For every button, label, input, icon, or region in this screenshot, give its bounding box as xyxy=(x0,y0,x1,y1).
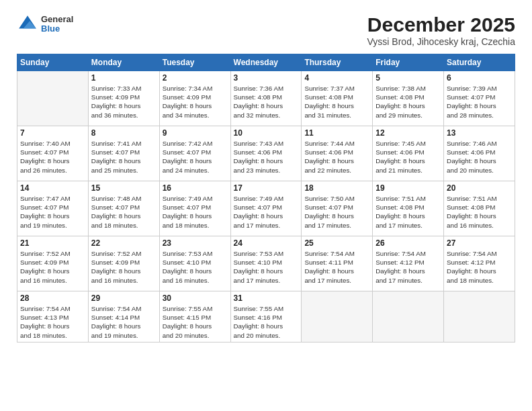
day-number: 17 xyxy=(234,183,299,193)
table-row: 31Sunrise: 7:55 AM Sunset: 4:16 PM Dayli… xyxy=(230,291,302,342)
day-info: Sunrise: 7:41 AM Sunset: 4:07 PM Dayligh… xyxy=(91,139,157,175)
logo: General Blue xyxy=(17,13,73,35)
table-row xyxy=(17,71,89,126)
day-number: 11 xyxy=(304,128,369,138)
day-info: Sunrise: 7:52 AM Sunset: 4:09 PM Dayligh… xyxy=(20,249,85,285)
table-row: 23Sunrise: 7:53 AM Sunset: 4:10 PM Dayli… xyxy=(159,236,230,291)
day-number: 9 xyxy=(163,128,228,138)
month-title: December 2025 xyxy=(367,13,515,36)
table-row: 15Sunrise: 7:48 AM Sunset: 4:07 PM Dayli… xyxy=(88,181,159,236)
day-number: 5 xyxy=(375,73,441,83)
day-number: 12 xyxy=(375,128,441,138)
col-monday: Monday xyxy=(88,54,159,71)
table-row xyxy=(373,291,444,342)
day-info: Sunrise: 7:54 AM Sunset: 4:12 PM Dayligh… xyxy=(375,249,441,285)
table-row: 12Sunrise: 7:45 AM Sunset: 4:06 PM Dayli… xyxy=(373,126,444,181)
day-number: 19 xyxy=(375,183,441,193)
day-number: 24 xyxy=(234,238,299,248)
day-info: Sunrise: 7:51 AM Sunset: 4:08 PM Dayligh… xyxy=(447,194,512,230)
calendar-header-row: Sunday Monday Tuesday Wednesday Thursday… xyxy=(17,54,515,71)
day-info: Sunrise: 7:33 AM Sunset: 4:09 PM Dayligh… xyxy=(91,84,157,120)
day-number: 30 xyxy=(163,293,228,303)
table-row: 27Sunrise: 7:54 AM Sunset: 4:12 PM Dayli… xyxy=(444,236,515,291)
day-number: 25 xyxy=(304,238,369,248)
day-number: 26 xyxy=(375,238,441,248)
day-info: Sunrise: 7:43 AM Sunset: 4:06 PM Dayligh… xyxy=(234,139,299,175)
day-number: 18 xyxy=(304,183,369,193)
table-row: 6Sunrise: 7:39 AM Sunset: 4:07 PM Daylig… xyxy=(444,71,515,126)
day-info: Sunrise: 7:54 AM Sunset: 4:11 PM Dayligh… xyxy=(304,249,369,285)
table-row: 22Sunrise: 7:52 AM Sunset: 4:09 PM Dayli… xyxy=(88,236,159,291)
calendar-week-row: 28Sunrise: 7:54 AM Sunset: 4:13 PM Dayli… xyxy=(17,291,515,342)
day-number: 20 xyxy=(447,183,512,193)
day-info: Sunrise: 7:45 AM Sunset: 4:06 PM Dayligh… xyxy=(375,139,441,175)
col-thursday: Thursday xyxy=(302,54,373,71)
col-tuesday: Tuesday xyxy=(159,54,230,71)
day-info: Sunrise: 7:37 AM Sunset: 4:08 PM Dayligh… xyxy=(304,84,369,120)
table-row: 3Sunrise: 7:36 AM Sunset: 4:08 PM Daylig… xyxy=(230,71,302,126)
day-number: 3 xyxy=(234,73,299,83)
table-row: 1Sunrise: 7:33 AM Sunset: 4:09 PM Daylig… xyxy=(88,71,159,126)
day-number: 22 xyxy=(91,238,157,248)
day-number: 4 xyxy=(304,73,369,83)
logo-blue: Blue xyxy=(41,24,73,34)
page: General Blue December 2025 Vyssi Brod, J… xyxy=(0,0,532,411)
table-row: 24Sunrise: 7:53 AM Sunset: 4:10 PM Dayli… xyxy=(230,236,302,291)
day-number: 14 xyxy=(20,183,85,193)
day-info: Sunrise: 7:48 AM Sunset: 4:07 PM Dayligh… xyxy=(91,194,157,230)
calendar-week-row: 1Sunrise: 7:33 AM Sunset: 4:09 PM Daylig… xyxy=(17,71,515,126)
table-row: 29Sunrise: 7:54 AM Sunset: 4:14 PM Dayli… xyxy=(88,291,159,342)
day-number: 29 xyxy=(91,293,157,303)
table-row: 4Sunrise: 7:37 AM Sunset: 4:08 PM Daylig… xyxy=(302,71,373,126)
day-number: 28 xyxy=(20,293,85,303)
table-row: 21Sunrise: 7:52 AM Sunset: 4:09 PM Dayli… xyxy=(17,236,89,291)
day-number: 7 xyxy=(20,128,85,138)
day-number: 6 xyxy=(447,73,512,83)
day-info: Sunrise: 7:44 AM Sunset: 4:06 PM Dayligh… xyxy=(304,139,369,175)
col-wednesday: Wednesday xyxy=(230,54,302,71)
day-number: 13 xyxy=(447,128,512,138)
table-row: 13Sunrise: 7:46 AM Sunset: 4:06 PM Dayli… xyxy=(444,126,515,181)
table-row: 11Sunrise: 7:44 AM Sunset: 4:06 PM Dayli… xyxy=(302,126,373,181)
calendar-week-row: 7Sunrise: 7:40 AM Sunset: 4:07 PM Daylig… xyxy=(17,126,515,181)
logo-text: General Blue xyxy=(41,15,73,34)
table-row: 14Sunrise: 7:47 AM Sunset: 4:07 PM Dayli… xyxy=(17,181,89,236)
table-row: 16Sunrise: 7:49 AM Sunset: 4:07 PM Dayli… xyxy=(159,181,230,236)
table-row: 20Sunrise: 7:51 AM Sunset: 4:08 PM Dayli… xyxy=(444,181,515,236)
logo-general: General xyxy=(41,15,73,24)
calendar-week-row: 21Sunrise: 7:52 AM Sunset: 4:09 PM Dayli… xyxy=(17,236,515,291)
table-row: 8Sunrise: 7:41 AM Sunset: 4:07 PM Daylig… xyxy=(88,126,159,181)
calendar-table: Sunday Monday Tuesday Wednesday Thursday… xyxy=(17,54,515,342)
table-row: 28Sunrise: 7:54 AM Sunset: 4:13 PM Dayli… xyxy=(17,291,89,342)
day-info: Sunrise: 7:49 AM Sunset: 4:07 PM Dayligh… xyxy=(234,194,299,230)
day-info: Sunrise: 7:55 AM Sunset: 4:16 PM Dayligh… xyxy=(234,304,299,340)
day-number: 2 xyxy=(163,73,228,83)
day-info: Sunrise: 7:54 AM Sunset: 4:13 PM Dayligh… xyxy=(20,304,85,340)
day-info: Sunrise: 7:39 AM Sunset: 4:07 PM Dayligh… xyxy=(447,84,512,120)
table-row: 25Sunrise: 7:54 AM Sunset: 4:11 PM Dayli… xyxy=(302,236,373,291)
title-block: December 2025 Vyssi Brod, Jihocesky kraj… xyxy=(367,13,515,47)
day-number: 23 xyxy=(163,238,228,248)
day-info: Sunrise: 7:46 AM Sunset: 4:06 PM Dayligh… xyxy=(447,139,512,175)
day-number: 16 xyxy=(163,183,228,193)
day-number: 1 xyxy=(91,73,157,83)
table-row: 26Sunrise: 7:54 AM Sunset: 4:12 PM Dayli… xyxy=(373,236,444,291)
col-saturday: Saturday xyxy=(444,54,515,71)
day-info: Sunrise: 7:40 AM Sunset: 4:07 PM Dayligh… xyxy=(20,139,85,175)
day-info: Sunrise: 7:36 AM Sunset: 4:08 PM Dayligh… xyxy=(234,84,299,120)
day-info: Sunrise: 7:50 AM Sunset: 4:07 PM Dayligh… xyxy=(304,194,369,230)
day-info: Sunrise: 7:54 AM Sunset: 4:14 PM Dayligh… xyxy=(91,304,157,340)
day-info: Sunrise: 7:38 AM Sunset: 4:08 PM Dayligh… xyxy=(375,84,441,120)
day-number: 10 xyxy=(234,128,299,138)
col-sunday: Sunday xyxy=(17,54,89,71)
table-row: 2Sunrise: 7:34 AM Sunset: 4:09 PM Daylig… xyxy=(159,71,230,126)
table-row: 5Sunrise: 7:38 AM Sunset: 4:08 PM Daylig… xyxy=(373,71,444,126)
table-row: 9Sunrise: 7:42 AM Sunset: 4:07 PM Daylig… xyxy=(159,126,230,181)
table-row: 17Sunrise: 7:49 AM Sunset: 4:07 PM Dayli… xyxy=(230,181,302,236)
day-info: Sunrise: 7:49 AM Sunset: 4:07 PM Dayligh… xyxy=(163,194,228,230)
table-row xyxy=(444,291,515,342)
day-info: Sunrise: 7:42 AM Sunset: 4:07 PM Dayligh… xyxy=(163,139,228,175)
day-number: 27 xyxy=(447,238,512,248)
calendar-week-row: 14Sunrise: 7:47 AM Sunset: 4:07 PM Dayli… xyxy=(17,181,515,236)
day-info: Sunrise: 7:55 AM Sunset: 4:15 PM Dayligh… xyxy=(163,304,228,340)
